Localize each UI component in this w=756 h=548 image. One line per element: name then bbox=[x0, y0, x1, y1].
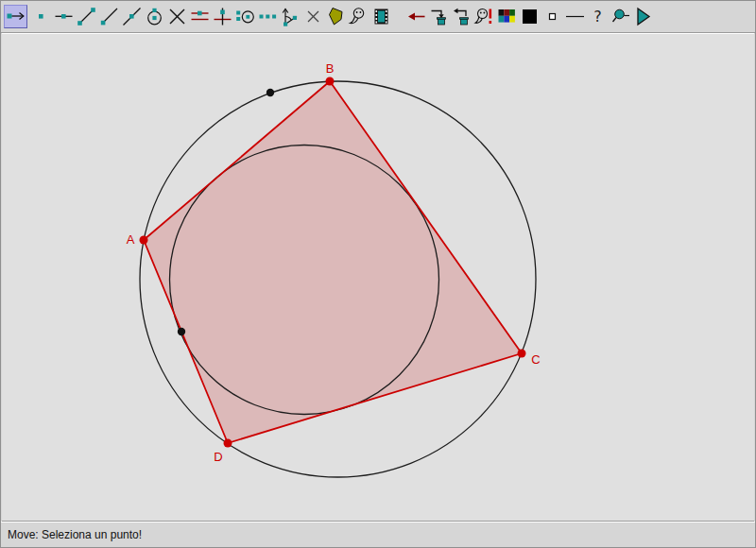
angle-tool-button[interactable] bbox=[279, 6, 301, 28]
line-icon bbox=[121, 6, 143, 27]
line-style-tool-button[interactable] bbox=[563, 6, 586, 28]
hide-object-tool-button[interactable] bbox=[609, 6, 631, 28]
status-text: Move: Seleziona un punto! bbox=[8, 528, 142, 541]
label-C: C bbox=[531, 352, 540, 367]
label-B: B bbox=[326, 61, 335, 76]
label-A: A bbox=[127, 232, 135, 247]
aux-point-1[interactable] bbox=[266, 89, 274, 96]
ray-tool-button[interactable] bbox=[97, 6, 120, 28]
fixed-values-tool-button[interactable] bbox=[256, 6, 279, 28]
perpendicular-tool-button[interactable] bbox=[211, 6, 233, 28]
restore-objects-tool-button[interactable] bbox=[450, 6, 472, 28]
compass-tool-button[interactable] bbox=[233, 6, 256, 28]
drawing-canvas[interactable]: ABCD bbox=[2, 33, 754, 522]
segment-icon bbox=[76, 6, 97, 27]
ray-icon bbox=[98, 6, 120, 27]
color-palette-tool-button[interactable] bbox=[495, 6, 518, 28]
color-palette-icon bbox=[496, 6, 518, 27]
point-style-tool-button[interactable] bbox=[541, 6, 563, 28]
point-D[interactable] bbox=[224, 439, 232, 448]
quadrilateral-fill[interactable] bbox=[144, 81, 522, 443]
aux-point-2[interactable] bbox=[178, 328, 185, 335]
delete-icon bbox=[302, 6, 324, 27]
help-tool-button[interactable]: ? bbox=[586, 6, 609, 28]
delete-objects-icon bbox=[428, 6, 450, 27]
point-icon bbox=[30, 6, 52, 27]
perpendicular-icon bbox=[212, 6, 233, 27]
point-A[interactable] bbox=[140, 236, 148, 245]
color-black-tool-button[interactable] bbox=[518, 6, 541, 28]
comment-warning-icon bbox=[473, 6, 495, 27]
undo-tool-button[interactable] bbox=[404, 6, 427, 28]
delete-tool-button[interactable] bbox=[301, 6, 324, 28]
line-tool-button[interactable] bbox=[120, 6, 143, 28]
color-black-icon bbox=[519, 6, 541, 27]
point-tool-button[interactable] bbox=[29, 6, 52, 28]
point-B[interactable] bbox=[326, 77, 335, 86]
delete-objects-tool-button[interactable] bbox=[427, 6, 450, 28]
fixed-values-icon bbox=[257, 6, 279, 27]
undo-icon bbox=[405, 6, 427, 27]
macro-film-icon bbox=[370, 6, 392, 27]
text-ghost-icon bbox=[348, 6, 369, 27]
point-C[interactable] bbox=[518, 350, 526, 358]
restore-objects-icon bbox=[451, 6, 472, 27]
angle-icon bbox=[280, 6, 301, 27]
move-tool-button[interactable] bbox=[4, 5, 27, 28]
parallel-icon bbox=[189, 6, 211, 27]
app-window: ? ABCD Move: Seleziona un punto! bbox=[0, 0, 756, 548]
compass-icon bbox=[234, 6, 256, 27]
animate-tool-button[interactable] bbox=[631, 6, 654, 28]
intersection-icon bbox=[166, 6, 188, 27]
point-style-icon bbox=[541, 6, 563, 27]
animate-icon bbox=[632, 6, 654, 27]
comment-warning-tool-button[interactable] bbox=[472, 6, 495, 28]
help-icon: ? bbox=[587, 6, 609, 27]
circle-icon bbox=[144, 6, 165, 27]
segment-tool-button[interactable] bbox=[75, 6, 97, 28]
label-D: D bbox=[214, 450, 222, 464]
svg-text:?: ? bbox=[593, 8, 602, 26]
circle-tool-button[interactable] bbox=[143, 6, 165, 28]
status-bar: Move: Seleziona un punto! bbox=[1, 522, 755, 547]
macro-film-tool-button[interactable] bbox=[369, 6, 392, 28]
toolbar: ? bbox=[1, 1, 755, 33]
polygon-tool-button[interactable] bbox=[324, 6, 347, 28]
line-style-icon bbox=[564, 6, 586, 27]
text-ghost-tool-button[interactable] bbox=[347, 6, 369, 28]
horizontal-segment-tool-button[interactable] bbox=[52, 6, 75, 28]
intersection-tool-button[interactable] bbox=[165, 6, 188, 28]
geometry-svg: ABCD bbox=[2, 34, 754, 521]
horizontal-segment-icon bbox=[53, 6, 75, 27]
move-icon bbox=[5, 6, 26, 27]
hide-object-icon bbox=[610, 6, 631, 27]
parallel-tool-button[interactable] bbox=[188, 6, 211, 28]
polygon-icon bbox=[325, 6, 347, 27]
